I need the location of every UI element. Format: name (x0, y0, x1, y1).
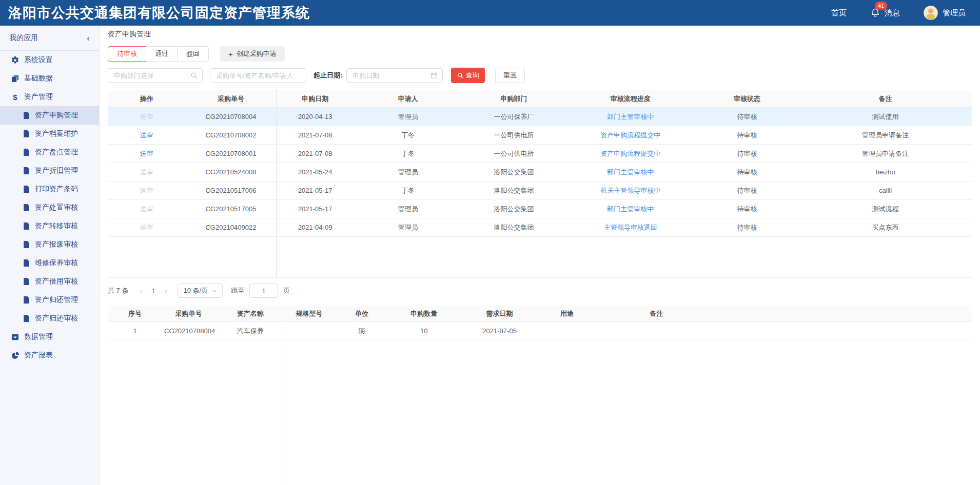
keyword-box (210, 68, 306, 83)
sidebar-item-asset-archive[interactable]: 资产档案维护 (0, 125, 99, 143)
sidebar-item-label: 系统设置 (24, 55, 53, 65)
keyword-input[interactable] (215, 71, 301, 80)
sidebar-item-label: 维修保养审核 (35, 258, 78, 268)
sidebar-item-asset-inventory[interactable]: 资产盘点管理 (0, 143, 99, 161)
dollar-icon: $ (11, 93, 19, 102)
detail-row[interactable]: 1 CG20210708004 汽车保养 辆 10 2021-07-05 (108, 322, 972, 340)
remark-cell: 管理员申请备注 (799, 149, 972, 158)
progress-link[interactable]: 机关主管领导审核中 (600, 187, 660, 194)
user-name: 管理员 (943, 8, 966, 18)
progress-link[interactable]: 部门主管审核中 (607, 113, 654, 120)
sidebar-item-asset-disposal[interactable]: 资产处置审核 (0, 198, 99, 217)
next-page-button[interactable]: › (160, 287, 171, 295)
order-row[interactable]: 送审 CG20210409022 2021-04-09 管理员 洛阳公交集团 主… (108, 218, 972, 237)
date-cell: 2021-05-17 (276, 205, 354, 213)
nav-home[interactable]: 首页 (831, 8, 847, 18)
progress-link[interactable]: 资产申购流程提交中 (600, 131, 660, 139)
detail-table: 序号 采购单号 资产名称 规格型号 单位 申购数量 需求日期 用途 备注 1 C… (108, 306, 972, 485)
dept-cell: 一公司保养厂 (462, 112, 565, 122)
order-no-cell: CG20210524008 (186, 168, 277, 176)
jump-to-input[interactable] (249, 284, 278, 298)
search-button-label: 查询 (466, 71, 479, 80)
status-cell: 待审核 (695, 131, 799, 140)
page-suffix-label: 页 (283, 286, 290, 295)
tab-passed[interactable]: 通过 (146, 46, 178, 62)
order-row[interactable]: 送审 CG20210524008 2021-05-24 管理员 洛阳公交集团 部… (108, 163, 972, 181)
search-button[interactable]: 查询 (451, 68, 485, 83)
tab-rejected[interactable]: 驳回 (177, 46, 209, 62)
col-header-asset-name: 资产名称 (215, 309, 286, 318)
messages-label: 消息 (885, 8, 900, 18)
order-row[interactable]: 送审 CG20210708004 2020-04-13 管理员 一公司保养厂 部… (108, 108, 972, 126)
sidebar-item-print-barcode[interactable]: 打印资产条码 (0, 180, 99, 198)
plus-icon: + (228, 50, 233, 58)
progress-link[interactable]: 主管领导审核退回 (604, 224, 657, 231)
sidebar-item-asset-purchase[interactable]: 资产申购管理 (0, 106, 99, 125)
search-icon (190, 72, 198, 79)
qty-cell: 10 (391, 327, 457, 335)
sidebar-item-label: 资产报表 (24, 351, 53, 360)
sidebar: 我的应用 ‹ 系统设置 基础数据 $ 资产管理 资产申购管理 资产档案维护 资产… (0, 26, 100, 485)
sidebar-item-data-management[interactable]: 数据管理 (0, 328, 99, 346)
sidebar-item-maintenance-review[interactable]: 维修保养审核 (0, 254, 99, 272)
submit-review-link[interactable]: 送审 (140, 150, 153, 157)
sidebar-item-label: 资产转移审核 (35, 221, 78, 231)
page-size-select[interactable]: 10 条/页 (178, 284, 223, 298)
col-header-purpose: 用途 (542, 309, 592, 318)
applicant-cell: 丁冬 (354, 149, 462, 158)
page-size-value: 10 条/页 (183, 286, 208, 295)
status-filter-group: 待审核 通过 驳回 (108, 46, 209, 62)
applicant-cell: 管理员 (354, 205, 462, 214)
sidebar-item-asset-depreciation[interactable]: 资产折旧管理 (0, 161, 99, 180)
sidebar-item-asset-scrap[interactable]: 资产报废审核 (0, 235, 99, 254)
dept-cell: 洛阳公交集团 (462, 223, 565, 232)
current-page[interactable]: 1 (147, 287, 160, 295)
sidebar-item-asset-return-review[interactable]: 资产归还审核 (0, 309, 99, 328)
status-cell: 待审核 (695, 223, 799, 232)
sidebar-item-system-settings[interactable]: 系统设置 (0, 51, 99, 69)
sidebar-item-label: 资产归还审核 (35, 314, 78, 323)
status-cell: 待审核 (695, 168, 799, 177)
detail-table-header: 序号 采购单号 资产名称 规格型号 单位 申购数量 需求日期 用途 备注 (108, 306, 972, 322)
nav-messages[interactable]: 41 消息 (870, 7, 900, 18)
order-row[interactable]: 送审 CG20210708001 2021-07-08 丁冬 一公司供电所 资产… (108, 145, 972, 163)
status-cell: 待审核 (695, 149, 799, 158)
total-count: 共 7 条 (108, 286, 128, 295)
remark-cell: cailll (799, 187, 972, 194)
sidebar-item-basic-data[interactable]: 基础数据 (0, 69, 99, 88)
collection-icon (11, 75, 19, 83)
sidebar-item-label: 资产折旧管理 (35, 166, 78, 175)
user-menu[interactable]: 管理员 (924, 6, 966, 20)
progress-link[interactable]: 部门主管审核中 (607, 168, 654, 176)
progress-link[interactable]: 资产申购流程提交中 (600, 150, 660, 157)
submit-review-link: 送审 (140, 205, 153, 213)
tab-pending[interactable]: 待审核 (108, 46, 146, 62)
progress-link[interactable]: 部门主管审核中 (607, 205, 654, 213)
sidebar-item-label: 资产借用审核 (35, 277, 78, 286)
date-cell: 2020-04-13 (276, 113, 354, 120)
date-input[interactable] (351, 71, 430, 80)
sidebar-item-asset-transfer[interactable]: 资产转移审核 (0, 217, 99, 235)
dept-select-box (108, 68, 203, 83)
order-row[interactable]: 送审 CG20210708002 2021-07-08 丁冬 一公司供电所 资产… (108, 126, 972, 145)
reset-button[interactable]: 重置 (495, 68, 525, 83)
collapse-sidebar-icon[interactable]: ‹ (87, 34, 90, 43)
col-header-progress: 审核流程进度 (565, 94, 695, 104)
order-row[interactable]: 送审 CG20210517006 2021-05-17 丁冬 洛阳公交集团 机关… (108, 181, 972, 200)
order-no-cell: CG20210708004 (186, 113, 277, 120)
sidebar-item-asset-borrow[interactable]: 资产借用审核 (0, 272, 99, 291)
sidebar-title: 我的应用 (9, 33, 38, 43)
applicant-cell: 管理员 (354, 112, 462, 122)
orders-table-header: 操作 采购单号 申购日期 申请人 申购部门 审核流程进度 审核状态 备注 (108, 90, 972, 108)
sidebar-item-label: 资产归还管理 (35, 295, 78, 305)
sidebar-item-asset-reports[interactable]: 资产报表 (0, 346, 99, 365)
dept-select-input[interactable] (113, 71, 190, 80)
submit-review-link[interactable]: 送审 (140, 131, 153, 139)
document-icon (23, 241, 30, 248)
sidebar-item-asset-return-mgmt[interactable]: 资产归还管理 (0, 291, 99, 309)
order-row[interactable]: 送审 CG20210517005 2021-05-17 管理员 洛阳公交集团 部… (108, 200, 972, 218)
sidebar-item-asset-management[interactable]: $ 资产管理 (0, 88, 99, 106)
asset-name-cell: 汽车保养 (215, 327, 286, 336)
prev-page-button[interactable]: ‹ (135, 287, 147, 295)
create-purchase-button[interactable]: + 创建采购申请 (220, 46, 285, 62)
